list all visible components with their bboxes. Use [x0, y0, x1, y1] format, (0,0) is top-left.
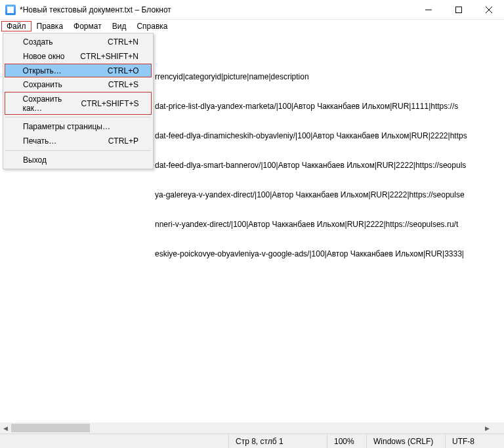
- menu-file[interactable]: Файл: [1, 21, 32, 31]
- menu-item-page-setup[interactable]: Параметры страницы…: [5, 119, 152, 134]
- menu-item-shortcut: CTRL+O: [108, 66, 139, 75]
- menu-item-label: Новое окно: [23, 52, 65, 61]
- menu-item-open[interactable]: Открыть… CTRL+O: [5, 64, 152, 77]
- menu-item-exit[interactable]: Выход: [5, 153, 152, 167]
- status-eol: Windows (CRLF): [366, 434, 445, 448]
- editor-line: rrencyid|categoryid|picture|name|descrip…: [155, 72, 501, 82]
- status-position: Стр 8, стлб 1: [228, 434, 327, 448]
- menu-item-shortcut: CTRL+SHIFT+S: [81, 99, 138, 108]
- menu-item-shortcut: CTRL+S: [108, 80, 138, 89]
- menubar: Файл Правка Формат Вид Справка: [0, 20, 504, 33]
- menu-edit[interactable]: Правка: [32, 21, 69, 31]
- menu-item-save[interactable]: Сохранить CTRL+S: [5, 77, 152, 92]
- menu-item-label: Выход: [23, 155, 47, 165]
- menu-separator: [5, 150, 151, 151]
- scroll-left-arrow-icon[interactable]: ◀: [0, 422, 11, 434]
- status-zoom: 100%: [327, 434, 366, 448]
- menu-item-print[interactable]: Печать… CTRL+P: [5, 134, 152, 148]
- horizontal-scrollbar[interactable]: ◀ ▶: [0, 422, 493, 434]
- svg-rect-1: [456, 7, 462, 12]
- titlebar: *Новый текстовый документ.txt – Блокнот: [0, 0, 504, 20]
- menu-item-label: Сохранить как…: [23, 94, 81, 113]
- menu-item-label: Печать…: [23, 136, 56, 146]
- maximize-button[interactable]: [444, 0, 474, 19]
- window-controls: [413, 0, 504, 19]
- menu-item-shortcut: CTRL+P: [108, 136, 138, 146]
- statusbar: Стр 8, стлб 1 100% Windows (CRLF) UTF-8: [0, 434, 504, 448]
- scroll-right-arrow-icon[interactable]: ▶: [482, 422, 493, 434]
- menu-item-new[interactable]: Создать CTRL+N: [5, 35, 152, 49]
- editor-line: dat-price-list-dlya-yandex-marketa/|100|…: [155, 102, 501, 112]
- menu-format[interactable]: Формат: [68, 21, 107, 31]
- menu-item-label: Создать: [23, 37, 53, 47]
- menu-view[interactable]: Вид: [107, 21, 132, 31]
- menu-item-label: Открыть…: [23, 66, 62, 75]
- scroll-thumb[interactable]: [11, 424, 90, 432]
- editor-line: nneri-v-yandex-direct/|100|Автор Чакканб…: [155, 220, 501, 230]
- menu-item-new-window[interactable]: Новое окно CTRL+SHIFT+N: [5, 49, 152, 64]
- menu-item-label: Параметры страницы…: [23, 122, 110, 131]
- close-button[interactable]: [474, 0, 504, 19]
- app-icon: [5, 5, 16, 15]
- editor-line: dat-feed-dlya-dinamicheskih-obyavleniy/|…: [155, 131, 501, 141]
- window-title: *Новый текстовый документ.txt – Блокнот: [20, 5, 413, 14]
- editor-line: ya-galereya-v-yandex-direct/|100|Автор Ч…: [155, 190, 501, 200]
- menu-help[interactable]: Справка: [131, 21, 173, 31]
- menu-item-shortcut: CTRL+N: [108, 37, 138, 47]
- status-encoding: UTF-8: [445, 434, 504, 448]
- menu-separator: [5, 117, 151, 117]
- menu-item-label: Сохранить: [23, 80, 62, 89]
- minimize-button[interactable]: [413, 0, 444, 19]
- menu-item-shortcut: CTRL+SHIFT+N: [80, 52, 138, 61]
- scroll-corner: [493, 422, 504, 434]
- scroll-track[interactable]: [11, 422, 482, 434]
- editor-line: dat-feed-dlya-smart-bannerov/|100|Автор …: [155, 161, 501, 171]
- menu-item-save-as[interactable]: Сохранить как… CTRL+SHIFT+S: [5, 92, 152, 115]
- file-menu-dropdown: Создать CTRL+N Новое окно CTRL+SHIFT+N О…: [3, 33, 154, 169]
- editor-line: eskiye-poickovye-obyavleniya-v-google-ad…: [155, 249, 501, 259]
